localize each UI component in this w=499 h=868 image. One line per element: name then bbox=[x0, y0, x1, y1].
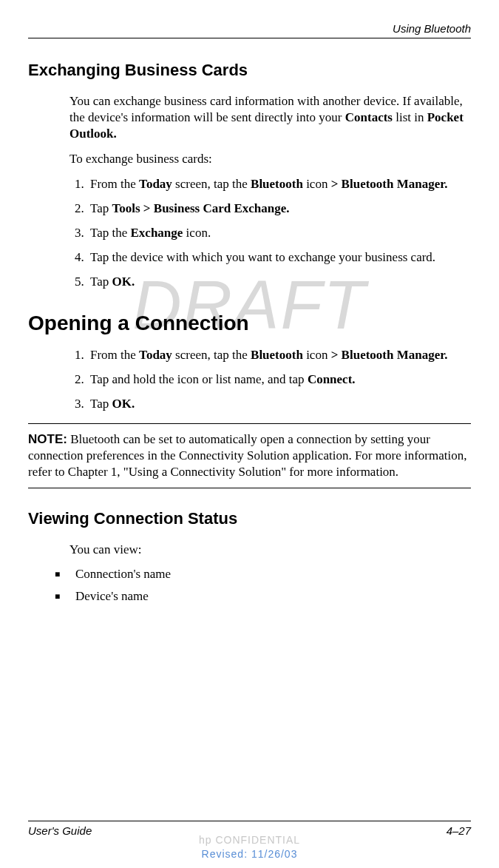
text-run: icon bbox=[303, 177, 331, 191]
bold-text: OK. bbox=[112, 275, 135, 289]
bold-text: Today bbox=[139, 348, 172, 362]
text-run: list in bbox=[393, 110, 427, 124]
page-content: Using Bluetooth Exchanging Business Card… bbox=[28, 22, 471, 604]
note-label: NOTE: bbox=[28, 432, 67, 446]
text-run: Tap bbox=[90, 397, 112, 411]
bold-text: Connect. bbox=[308, 372, 356, 386]
steps-list-1: From the Today screen, tap the Bluetooth… bbox=[87, 176, 471, 291]
confidential-text: hp CONFIDENTIAL bbox=[0, 833, 499, 848]
steps-list-2: From the Today screen, tap the Bluetooth… bbox=[87, 347, 471, 413]
bold-text: Exchange bbox=[131, 226, 183, 240]
text-run: screen, tap the bbox=[172, 177, 251, 191]
bold-text: Contacts bbox=[345, 110, 393, 124]
bullet-item: Connection's name bbox=[55, 567, 471, 582]
text-run: From the bbox=[90, 177, 139, 191]
section-heading-viewing: Viewing Connection Status bbox=[28, 509, 471, 528]
step-item: Tap OK. bbox=[87, 396, 471, 413]
lead-text: To exchange business cards: bbox=[69, 151, 471, 167]
bold-text: Bluetooth bbox=[251, 177, 303, 191]
step-item: From the Today screen, tap the Bluetooth… bbox=[87, 347, 471, 364]
text-run: Tap bbox=[90, 201, 112, 215]
text-run: icon. bbox=[183, 226, 211, 240]
text-run: From the bbox=[90, 348, 139, 362]
section-heading-opening: Opening a Connection bbox=[28, 312, 471, 335]
intro-paragraph: You can exchange business card informati… bbox=[69, 93, 471, 142]
bold-text: > Bluetooth Manager. bbox=[331, 177, 448, 191]
bold-text: OK. bbox=[112, 397, 135, 411]
bold-text: > Bluetooth Manager. bbox=[331, 348, 448, 362]
revised-date: Revised: 11/26/03 bbox=[0, 847, 499, 862]
text-run: Tap the device with which you want to ex… bbox=[90, 250, 435, 264]
page-header: Using Bluetooth bbox=[28, 22, 471, 38]
note-text: Bluetooth can be set to automatically op… bbox=[28, 432, 466, 479]
chapter-title: Using Bluetooth bbox=[393, 22, 471, 35]
step-item: Tap Tools > Business Card Exchange. bbox=[87, 201, 471, 218]
bold-text: Bluetooth bbox=[251, 348, 303, 362]
section-heading-exchanging: Exchanging Business Cards bbox=[28, 61, 471, 80]
text-run: Tap bbox=[90, 275, 112, 289]
bold-text: Tools > Business Card Exchange. bbox=[112, 201, 290, 215]
step-item: Tap the device with which you want to ex… bbox=[87, 249, 471, 266]
step-item: Tap OK. bbox=[87, 274, 471, 291]
step-item: From the Today screen, tap the Bluetooth… bbox=[87, 176, 471, 193]
text-run: Tap the bbox=[90, 226, 131, 240]
text-run: screen, tap the bbox=[172, 348, 251, 362]
text-run: Tap and hold the icon or list name, and … bbox=[90, 372, 308, 386]
confidential-block: hp CONFIDENTIAL Revised: 11/26/03 bbox=[0, 833, 499, 862]
step-item: Tap the Exchange icon. bbox=[87, 225, 471, 242]
note-block: NOTE: Bluetooth can be set to automatica… bbox=[28, 423, 471, 488]
step-item: Tap and hold the icon or list name, and … bbox=[87, 371, 471, 388]
bullet-list: Connection's name Device's name bbox=[55, 567, 471, 604]
bold-text: Today bbox=[139, 177, 172, 191]
bullet-item: Device's name bbox=[55, 589, 471, 604]
lead-text-2: You can view: bbox=[69, 542, 471, 558]
text-run: icon bbox=[303, 348, 331, 362]
